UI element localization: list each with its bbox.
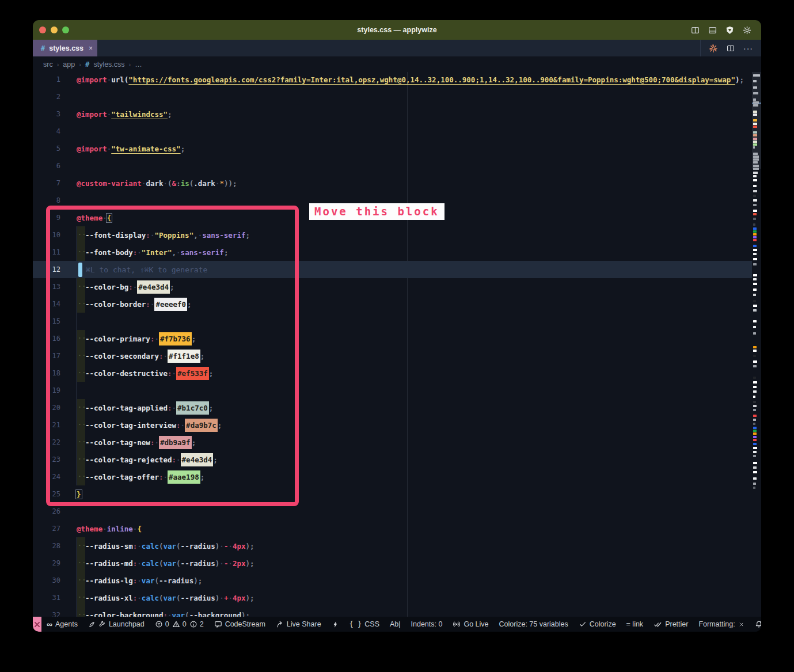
code-line[interactable]: 15 — [33, 313, 761, 330]
wrench-icon[interactable] — [98, 621, 106, 628]
code-line[interactable]: 30··--radius-lg:·var(--radius); — [33, 572, 761, 589]
statusbar-codestream[interactable]: CodeStream — [209, 617, 271, 632]
statusbar-prettier[interactable]: Prettier — [648, 617, 693, 632]
code-line[interactable]: 6 — [33, 157, 761, 174]
split-editor-sm-icon[interactable] — [726, 44, 735, 53]
starburst-icon[interactable] — [709, 44, 718, 53]
line-number[interactable]: 30 — [33, 576, 77, 584]
code-line[interactable]: 32··--color-background:·var(--background… — [33, 606, 761, 617]
statusbar-word-wrap[interactable]: Ab| — [385, 617, 406, 632]
lightning-icon[interactable] — [332, 621, 339, 628]
code-line[interactable]: 2 — [33, 88, 761, 105]
line-number[interactable]: 24 — [33, 473, 77, 481]
code-line[interactable]: 7@custom-variant·dark·(&:is(.dark·*)); — [33, 174, 761, 192]
code-line[interactable]: 26 — [33, 503, 761, 520]
code-line[interactable]: 3@import·"tailwindcss"; — [33, 105, 761, 123]
statusbar-remote-indicator[interactable] — [33, 617, 41, 632]
line-number[interactable]: 6 — [33, 162, 77, 170]
statusbar-launchpad[interactable]: Launchpad — [83, 617, 150, 632]
code-line[interactable]: 19 — [33, 382, 761, 399]
line-number[interactable]: 9 — [33, 214, 77, 222]
statusbar-go-live[interactable]: Go Live — [447, 617, 493, 632]
code-line[interactable]: 20··--color-tag-applied:·#b1c7c0; — [33, 399, 761, 416]
breadcrumb-item[interactable]: app — [63, 60, 75, 69]
breadcrumb-item[interactable]: … — [135, 60, 142, 69]
statusbar-link[interactable]: = link — [621, 617, 649, 632]
tab-close-icon[interactable]: × — [89, 44, 93, 52]
line-number[interactable]: 13 — [33, 283, 77, 291]
line-number[interactable]: 20 — [33, 404, 77, 412]
code-line[interactable]: 24··--color-tag-offer:·#aae198; — [33, 468, 761, 485]
line-number[interactable]: 16 — [33, 335, 77, 343]
rocket-icon[interactable] — [88, 621, 96, 628]
code-line[interactable]: 23··--color-tag-rejected:·#e4e3d4; — [33, 451, 761, 468]
code-line[interactable]: 5@import·"tw-animate-css"; — [33, 140, 761, 157]
info-icon[interactable] — [189, 620, 197, 628]
breadcrumb-item[interactable]: src — [43, 60, 53, 69]
line-number[interactable]: 3 — [33, 110, 77, 118]
breadcrumb-item[interactable]: styles.css — [93, 60, 124, 69]
code-line[interactable]: 28··--radius-sm:·calc(var(--radius)·-·4p… — [33, 537, 761, 555]
line-number[interactable]: 1 — [33, 75, 77, 83]
code-line[interactable]: 16··--color-primary:·#f7b736; — [33, 330, 761, 347]
broadcast-icon[interactable] — [453, 620, 461, 628]
code-line[interactable]: 4 — [33, 123, 761, 140]
settings-icon[interactable] — [742, 25, 752, 35]
code-line[interactable]: 29··--radius-md:·calc(var(--radius)·-·2p… — [33, 555, 761, 572]
line-number[interactable]: 29 — [33, 559, 77, 567]
code-line[interactable]: 18··--color-destructive:·#ef533f; — [33, 365, 761, 382]
editor[interactable]: 1@import·url("https://fonts.googleapis.c… — [33, 72, 761, 617]
remote-icon[interactable] — [33, 620, 41, 629]
code-line[interactable]: 27@theme·inline·{ — [33, 520, 761, 537]
statusbar-power[interactable] — [326, 617, 344, 632]
panel-bottom-icon[interactable] — [708, 25, 717, 35]
share-icon[interactable] — [276, 620, 284, 628]
line-number[interactable]: 12 — [33, 265, 77, 274]
line-number[interactable]: 18 — [33, 369, 77, 377]
statusbar-live-share[interactable]: Live Share — [271, 617, 326, 632]
check-icon[interactable] — [579, 620, 587, 628]
code-line[interactable]: 12⌘L to chat, ⇧⌘K to generate — [33, 261, 761, 278]
close-icon[interactable] — [738, 621, 744, 628]
dcheck-icon[interactable] — [654, 620, 662, 629]
line-number[interactable]: 10 — [33, 231, 77, 239]
line-number[interactable]: 8 — [33, 196, 77, 204]
statusbar-language-mode[interactable]: { }CSS — [344, 617, 385, 632]
minimap[interactable] — [752, 72, 761, 617]
code-line[interactable]: 22··--color-tag-new:·#db9a9f; — [33, 434, 761, 451]
code-line[interactable]: 11··--font-body:·"Inter",·sans-serif; — [33, 244, 761, 261]
comment-icon[interactable] — [214, 620, 222, 628]
line-number[interactable]: 7 — [33, 179, 77, 187]
statusbar-colorize[interactable]: Colorize — [573, 617, 621, 632]
braces-icon[interactable]: { } — [349, 620, 362, 628]
line-number[interactable]: 22 — [33, 438, 77, 446]
close-window-button[interactable] — [39, 26, 46, 33]
code-line[interactable]: 31··--radius-xl:·calc(var(--radius)·+·4p… — [33, 589, 761, 606]
infinity-icon[interactable]: ∞ — [47, 620, 52, 629]
code-line[interactable]: 1@import·url("https://fonts.googleapis.c… — [33, 72, 761, 88]
code-line[interactable]: 25} — [33, 485, 761, 503]
line-number[interactable]: 26 — [33, 507, 77, 515]
line-number[interactable]: 15 — [33, 317, 77, 325]
statusbar-notifications[interactable] — [750, 617, 761, 632]
line-number[interactable]: 27 — [33, 525, 77, 533]
code-line[interactable]: 10··--font-display:·"Poppins",·sans-seri… — [33, 226, 761, 244]
line-number[interactable]: 21 — [33, 421, 77, 429]
line-number[interactable]: 5 — [33, 145, 77, 153]
shield-icon[interactable] — [725, 25, 735, 35]
line-number[interactable]: 31 — [33, 594, 77, 602]
code-line[interactable]: 17··--color-secondary:·#f1f1e8; — [33, 347, 761, 365]
line-number[interactable]: 28 — [33, 542, 77, 550]
statusbar-formatting[interactable]: Formatting: — [693, 617, 749, 632]
more-icon[interactable]: ··· — [743, 44, 753, 53]
bell-icon[interactable] — [755, 620, 761, 628]
warning-icon[interactable] — [172, 620, 180, 628]
line-number[interactable]: 25 — [33, 490, 77, 498]
line-number[interactable]: 2 — [33, 93, 77, 101]
line-number[interactable]: 4 — [33, 127, 77, 135]
line-number[interactable]: 32 — [33, 611, 77, 617]
statusbar-indents[interactable]: Indents: 0 — [406, 617, 448, 632]
split-editor-icon[interactable] — [690, 25, 700, 35]
code-line[interactable]: 14··--color-border:·#eeeef0; — [33, 295, 761, 313]
statusbar-colorize-count[interactable]: Colorize: 75 variables — [494, 617, 573, 632]
